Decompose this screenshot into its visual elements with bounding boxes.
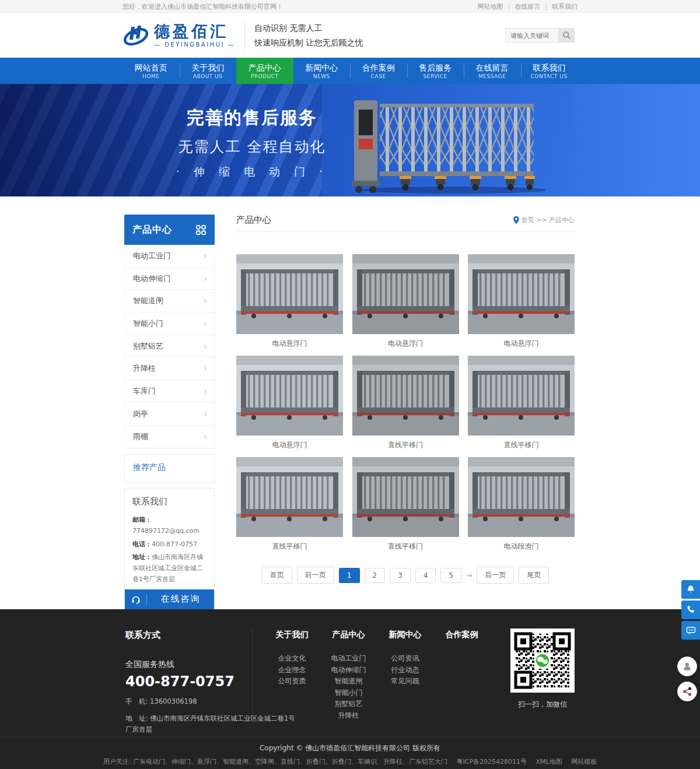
hero-banner: 完善的售后服务 无需人工 全程自动化 · 伸 缩 电 动 门 · [0, 84, 700, 196]
nav-item[interactable]: 售后服务 SERVICE [407, 58, 464, 84]
product-card[interactable]: 直线平移门 [352, 356, 459, 450]
xml-sitemap-link[interactable]: XML地图 [536, 758, 562, 766]
recommend-box: 推荐产品 [124, 454, 215, 483]
nav-item[interactable]: 在线留言 MESSAGE [464, 58, 521, 84]
pagination-item[interactable]: → [466, 568, 472, 582]
message-button[interactable] [681, 621, 700, 640]
nav-item-label-zh: 售后服务 [419, 62, 452, 73]
topbar: 您好，欢迎进入佛山市德盈佰汇智能科技有限公司官网！ 网站地图在线留言联系我们 [0, 0, 700, 13]
nav-item-label-en: CONTACT US [531, 73, 568, 79]
nav-item[interactable]: 关于我们 ABOUT US [180, 58, 237, 84]
headset-icon [125, 594, 147, 605]
footer-link[interactable]: 电动伸缩门 [320, 665, 377, 676]
footer-link[interactable]: 智能小门 [320, 687, 377, 699]
footer-link[interactable]: 电动工业门 [320, 653, 377, 665]
footer-link[interactable]: 升降柱 [320, 710, 377, 722]
pagination-item[interactable]: 后一页 [477, 567, 514, 584]
nav-item[interactable]: 联系我们 CONTACT US [521, 58, 578, 84]
pagination-item[interactable]: 首页 [262, 567, 292, 584]
share-button[interactable] [677, 682, 697, 701]
logo-title: 德盈佰汇 [154, 23, 235, 40]
slogan-line2: 快速响应机制 让您无后顾之忧 [254, 36, 363, 50]
topbar-link[interactable]: 在线留言 [503, 2, 541, 11]
sidebar-category-item[interactable]: 电动伸缩门 › [125, 268, 214, 290]
category-label: 岗亭 [133, 409, 148, 419]
pagination-item[interactable]: 4 [415, 568, 436, 583]
topbar-link[interactable]: 联系我们 [540, 2, 578, 11]
sidebar-category-item[interactable]: 车库门 › [125, 380, 214, 403]
sidebar-category-item[interactable]: 电动工业门 › [125, 245, 214, 268]
pagination-item[interactable]: 尾页 [519, 567, 549, 584]
sidebar-category-item[interactable]: 智能小门 › [125, 312, 214, 335]
pagination-item[interactable]: 1 [339, 568, 360, 583]
footer-link[interactable]: 别墅铝艺 [320, 698, 377, 710]
product-name: 电动悬浮门 [352, 339, 459, 349]
category-label: 雨棚 [133, 431, 148, 442]
chevron-right-icon: › [204, 251, 207, 261]
nav-item[interactable]: 产品中心 PRODUCT [236, 58, 293, 84]
footer-link[interactable]: 企业文化 [264, 653, 320, 665]
sidebar-category-item[interactable]: 别墅铝艺 › [125, 335, 214, 358]
search-button[interactable] [559, 28, 575, 43]
footer-col-title[interactable]: 新闻中心 [377, 630, 433, 640]
search-box [505, 28, 575, 43]
nav-item-label-en: NEWS [313, 73, 330, 79]
sidebar-category-item[interactable]: 岗亭 › [125, 403, 214, 426]
footer-link[interactable]: 智能道闸 [320, 676, 377, 687]
footer-col-about: 关于我们 企业文化企业理念公司资质 [264, 630, 320, 721]
sidebar-category-item[interactable]: 升降柱 › [125, 357, 214, 380]
pagination-item[interactable]: 3 [390, 568, 411, 583]
product-name: 电动悬浮门 [236, 440, 343, 450]
footer-link[interactable]: 公司资讯 [377, 653, 433, 665]
product-name: 电动段滑门 [468, 542, 575, 552]
footer-col-title[interactable]: 关于我们 [264, 630, 320, 640]
product-section: 产品中心 首页 >> 产品中心 [236, 215, 575, 584]
footer-link[interactable]: 企业理念 [264, 665, 320, 676]
product-image [468, 356, 575, 436]
product-card[interactable]: 直线平移门 [468, 356, 575, 450]
topbar-link[interactable]: 网站地图 [478, 2, 503, 11]
footer-col-title[interactable]: 合作案例 [433, 630, 490, 640]
floating-badges: CA [677, 656, 697, 707]
product-card[interactable]: 电动悬浮门 [468, 254, 575, 349]
nav-item[interactable]: 网站首页 HOME [123, 58, 180, 84]
search-input[interactable] [505, 28, 559, 43]
phone-button[interactable] [681, 601, 700, 619]
product-card[interactable]: 直线平移门 [352, 457, 459, 552]
footer-link[interactable]: 行业动态 [377, 665, 433, 676]
logo[interactable]: 德盈佰汇 — DEYINGBAIHUI — [123, 22, 235, 49]
customer-service-button[interactable]: CA [677, 656, 697, 676]
logo-icon [123, 22, 149, 49]
footer-col-title[interactable]: 产品中心 [320, 630, 377, 640]
product-card[interactable]: 电动悬浮门 [236, 254, 343, 349]
pagination-item[interactable]: 5 [440, 568, 461, 583]
sidebar-category-item[interactable]: 雨棚 › [125, 426, 214, 448]
nav-item-label-en: HOME [142, 73, 159, 79]
footer-link[interactable]: 常见问题 [377, 676, 433, 687]
sidebar-category-item[interactable]: 智能道闸 › [125, 290, 214, 312]
pagination-item[interactable]: 前一页 [297, 567, 334, 584]
product-name: 直线平移门 [468, 440, 575, 450]
product-image [352, 356, 459, 436]
nav-item[interactable]: 新闻中心 NEWS [293, 58, 351, 84]
footer-columns: 关于我们 企业文化企业理念公司资质 产品中心 电动工业门电动伸缩门智能道闸智能小… [264, 630, 490, 721]
product-card[interactable]: 电动悬浮门 [236, 356, 343, 450]
pagination-item[interactable]: 2 [365, 568, 386, 583]
chevron-right-icon: › [204, 318, 207, 329]
nav-item[interactable]: 合作案例 CASE [350, 58, 407, 84]
chevron-right-icon: › [204, 273, 207, 284]
breadcrumb[interactable]: 首页 >> 产品中心 [513, 216, 575, 224]
notice-button[interactable] [681, 580, 700, 599]
nav-item-label-en: ABOUT US [193, 73, 223, 79]
product-card[interactable]: 电动悬浮门 [352, 254, 459, 349]
product-card[interactable]: 电动段滑门 [468, 457, 575, 552]
product-card[interactable]: 直线平移门 [236, 457, 343, 552]
consult-button[interactable]: 在线咨询 [125, 589, 214, 609]
sidebar: 产品中心 电动工业门 › 电动伸缩门 [124, 215, 215, 610]
template-link[interactable]: 网站模板 [571, 758, 597, 766]
icp-number[interactable]: 粤ICP备2025428011号 [457, 758, 527, 766]
footer-link[interactable]: 公司资质 [264, 676, 320, 687]
welcome-text: 您好，欢迎进入佛山市德盈佰汇智能科技有限公司官网！ [123, 2, 283, 11]
category-label: 智能道闸 [133, 296, 163, 306]
bell-icon [686, 585, 695, 594]
